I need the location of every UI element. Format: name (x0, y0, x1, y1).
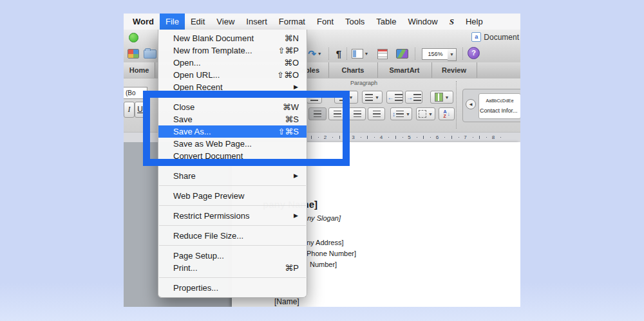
ruler-number: 5 (408, 134, 410, 140)
menu-item-label: New from Template... (173, 46, 252, 55)
menubar-item-insert[interactable]: Insert (240, 14, 273, 30)
menu-item-label: New Blank Document (173, 33, 254, 43)
menu-separator (158, 222, 307, 230)
line-spacing-button[interactable]: ↕▼ (390, 107, 412, 120)
ruler-tick (417, 137, 417, 138)
ribbon-tab-review[interactable]: Review (431, 62, 477, 78)
document-title: a Document (471, 32, 519, 42)
columns-button[interactable]: ▼ (430, 91, 453, 104)
menubar-item-format[interactable]: Format (273, 14, 311, 30)
file-menu-item-print[interactable]: Print...⌘P (158, 262, 307, 274)
help-button[interactable]: ? (468, 47, 480, 59)
file-menu-item-web-page-preview[interactable]: Web Page Preview (158, 190, 307, 202)
toolbar-separator (346, 48, 348, 60)
ruler-tick (361, 137, 361, 138)
ribbon-tab-home[interactable]: Home (124, 62, 155, 78)
file-menu-item-open[interactable]: Open...⌘O (158, 57, 307, 69)
media-browser-icon[interactable] (394, 47, 410, 60)
redo-icon[interactable]: ↷▼ (307, 47, 323, 60)
menu-item-shortcut: ⇧⌘P (278, 44, 299, 57)
redo-dropdown-icon[interactable]: ▼ (317, 51, 322, 56)
ruler-tick (423, 136, 424, 139)
document-text-line: Number] (310, 261, 337, 268)
applescript-menu-icon[interactable]: S (444, 14, 460, 30)
menubar-item-file[interactable]: File (160, 14, 185, 30)
ribbon-tab-charts[interactable]: Charts (328, 62, 378, 78)
document-text-line: ny Address] (307, 239, 343, 246)
toolbar-separator (328, 48, 330, 60)
file-menu-item-open-url[interactable]: Open URL...⇧⌘O (158, 69, 307, 81)
ruler-tick (430, 137, 431, 138)
menu-item-label: Page Setup... (173, 251, 224, 261)
menubar-item-edit[interactable]: Edit (185, 14, 211, 30)
menu-item-label: Print... (173, 263, 198, 273)
menubar-item-table[interactable]: Table (370, 14, 402, 30)
toolbar-separator (415, 48, 416, 60)
ruler-number: 8 (492, 134, 495, 140)
ruler-tick (459, 137, 459, 138)
ruler-tick (479, 136, 480, 139)
menubar-item-view[interactable]: View (211, 14, 240, 30)
menubar-item-window[interactable]: Window (402, 14, 443, 30)
ruler-tick (395, 136, 396, 139)
paragraph-group-label: Paragraph (336, 80, 392, 86)
menu-item-shortcut: ⌘P (285, 262, 299, 274)
file-menu-item-properties[interactable]: Properties... (158, 282, 307, 294)
zoom-dropdown-icon[interactable]: ▼ (448, 48, 457, 61)
menubar-item-font[interactable]: Font (311, 14, 339, 30)
multilevel-list-button[interactable]: ▼ (362, 91, 383, 104)
menu-item-label: Share (173, 171, 196, 181)
ruler-number: 7 (464, 134, 466, 140)
system-menu-bar: WordFileEditViewInsertFormatFontToolsTab… (124, 14, 520, 30)
style-name: Contact Infor... (480, 107, 520, 114)
gallery-icon[interactable] (126, 47, 140, 60)
annotation-rectangle (143, 91, 350, 166)
menu-item-shortcut: ⌘O (284, 57, 299, 69)
sidebar-layout-icon[interactable]: ▼ (350, 47, 370, 60)
open-folder-icon[interactable] (143, 47, 157, 60)
menu-item-label: Restrict Permissions (173, 211, 249, 221)
menu-separator (158, 182, 307, 190)
file-menu-item-restrict-permissions[interactable]: Restrict Permissions▶ (158, 210, 307, 222)
menu-item-label: Reduce File Size... (173, 231, 243, 241)
file-menu-item-new-blank-document[interactable]: New Blank Document⌘N (158, 32, 307, 44)
file-menu-item-reduce-file-size[interactable]: Reduce File Size... (158, 230, 307, 242)
ruler-tick (473, 137, 473, 138)
document-text-line: ny Slogan] (307, 214, 341, 222)
style-preview-text: AaBbCcDdEe (479, 98, 520, 103)
file-menu-item-page-setup[interactable]: Page Setup... (158, 250, 307, 262)
toolbar-separator (462, 48, 464, 60)
window-zoom-button[interactable] (129, 33, 138, 42)
group-separator (456, 81, 457, 129)
ruler-number: 4 (380, 134, 383, 140)
document-text-line: [Name] (274, 297, 299, 306)
menubar-item-tools[interactable]: Tools (339, 14, 370, 30)
ruler-tick (388, 137, 389, 138)
layout-dropdown-icon[interactable]: ▼ (365, 51, 369, 56)
italic-button[interactable]: I (124, 102, 135, 118)
menubar-item-word[interactable]: Word (127, 14, 160, 30)
file-menu-item-new-from-template[interactable]: New from Template...⇧⌘P (158, 44, 307, 57)
styles-scroll-left-icon[interactable]: ◀ (466, 99, 476, 109)
menubar-item-help[interactable]: Help (460, 14, 489, 30)
menu-item-label: Web Page Preview (173, 191, 244, 201)
decrease-indent-button[interactable]: ← (386, 91, 403, 104)
menu-separator (158, 202, 307, 210)
justify-button[interactable] (368, 107, 385, 120)
menu-item-shortcut: ⌘N (285, 32, 299, 44)
file-menu-item-share[interactable]: Share▶ (158, 170, 307, 182)
menu-item-shortcut: ⇧⌘O (277, 69, 299, 81)
ruler-tick (374, 137, 375, 138)
ruler-tick (451, 136, 452, 139)
align-right-button[interactable] (348, 107, 366, 120)
show-formatting-marks-button[interactable]: ¶ (334, 47, 344, 60)
style-swatch[interactable]: AaBbCcDdEe Contact Infor... (478, 93, 520, 119)
zoom-level-field[interactable]: 156% (422, 48, 449, 60)
submenu-arrow-icon: ▶ (294, 210, 298, 222)
increase-indent-button[interactable]: → (405, 91, 422, 104)
ribbon-tab-smartart[interactable]: SmartArt (377, 62, 432, 78)
menu-separator (158, 274, 307, 282)
sort-button[interactable]: AZ↓ (439, 107, 455, 120)
borders-button[interactable]: ▼ (416, 107, 435, 120)
notebook-view-icon[interactable] (376, 47, 389, 60)
